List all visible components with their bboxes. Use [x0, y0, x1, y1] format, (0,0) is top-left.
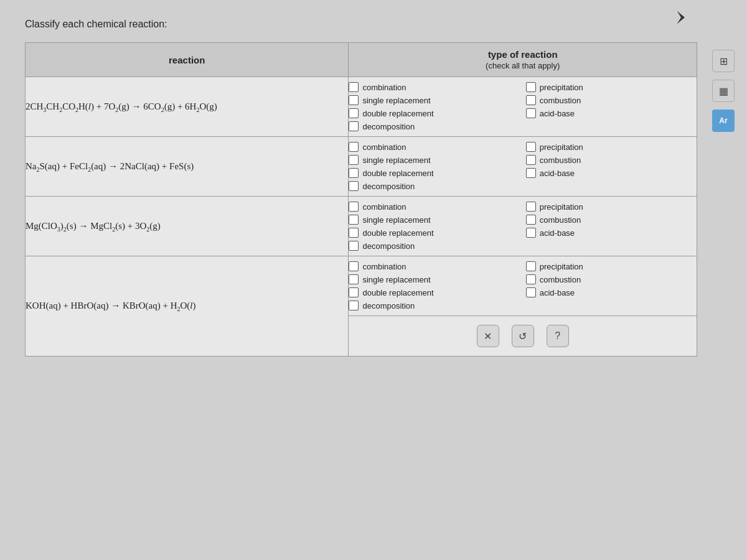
checkbox-combination-3[interactable]: combination: [349, 202, 519, 212]
reaction-formula-4: KOH(aq) + HBrO(aq) → KBrO(aq) + H2O(l): [26, 301, 196, 310]
label-double-replacement-2: double replacement: [362, 169, 433, 178]
check-combination-3[interactable]: [349, 202, 359, 212]
check-decomposition-4[interactable]: [349, 301, 359, 310]
table-row: Na2S(aq) + FeCl2(aq) → 2NaCl(aq) + FeS(s…: [26, 137, 697, 197]
page-content: Classify each chemical reaction: reactio…: [0, 0, 747, 375]
check-decomposition-3[interactable]: [349, 241, 359, 251]
check-single-replacement-4[interactable]: [349, 274, 359, 284]
checkbox-precipitation-3[interactable]: precipitation: [526, 202, 697, 212]
reaction-formula-3: Mg(ClO3)2(s) → MgCl2(s) + 3O2(g): [26, 221, 161, 231]
check-single-replacement-3[interactable]: [349, 215, 359, 225]
label-precipitation-1: precipitation: [540, 83, 583, 92]
checkbox-single-replacement-4[interactable]: single replacement: [349, 274, 519, 284]
checkbox-combination-4[interactable]: combination: [349, 261, 519, 271]
reaction-formula-2: Na2S(aq) + FeCl2(aq) → 2NaCl(aq) + FeS(s…: [26, 161, 194, 171]
checkbox-single-replacement-3[interactable]: single replacement: [349, 215, 519, 225]
checkbox-combustion-3[interactable]: combustion: [526, 215, 697, 225]
label-acid-base-2: acid-base: [540, 169, 575, 178]
right-icon-panel: ⊞ ▦ Ar: [712, 50, 735, 132]
grid-icon: ⊞: [720, 55, 728, 67]
table-row: Mg(ClO3)2(s) → MgCl2(s) + 3O2(g) combina…: [26, 197, 697, 256]
label-precipitation-4: precipitation: [540, 262, 583, 271]
checkbox-combination-2[interactable]: combination: [349, 142, 519, 152]
check-acid-base-4[interactable]: [526, 287, 536, 297]
checkbox-precipitation-2[interactable]: precipitation: [526, 142, 697, 152]
options-cell-3: combination precipitation single replace…: [349, 197, 697, 256]
label-precipitation-3: precipitation: [540, 202, 583, 212]
check-double-replacement-1[interactable]: [349, 108, 359, 118]
label-precipitation-2: precipitation: [540, 142, 583, 152]
options-grid-4: combination precipitation single replace…: [349, 256, 697, 315]
check-combustion-4[interactable]: [526, 274, 536, 284]
reaction-cell-2: Na2S(aq) + FeCl2(aq) → 2NaCl(aq) + FeS(s…: [26, 137, 349, 197]
check-single-replacement-2[interactable]: [349, 155, 359, 165]
bar-chart-icon-button[interactable]: ▦: [712, 80, 735, 102]
check-combination-2[interactable]: [349, 142, 359, 152]
check-double-replacement-4[interactable]: [349, 287, 359, 297]
checkbox-combination-1[interactable]: combination: [349, 82, 519, 92]
checkbox-combustion-2[interactable]: combustion: [526, 155, 697, 165]
checkbox-double-replacement-1[interactable]: double replacement: [349, 108, 519, 118]
check-double-replacement-2[interactable]: [349, 168, 359, 178]
checkbox-combustion-4[interactable]: combustion: [526, 274, 697, 284]
checkbox-acid-base-1[interactable]: acid-base: [526, 108, 697, 118]
checkbox-acid-base-4[interactable]: acid-base: [526, 287, 697, 297]
label-single-replacement-2: single replacement: [362, 156, 430, 165]
checkbox-decomposition-3[interactable]: decomposition: [349, 241, 519, 251]
check-acid-base-1[interactable]: [526, 108, 536, 118]
check-precipitation-3[interactable]: [526, 202, 536, 212]
table-row: 2CH3CH2CO2H(l) + 7O2(g) → 6CO2(g) + 6H2O…: [26, 77, 697, 137]
column-header-reaction: reaction: [26, 43, 349, 77]
check-acid-base-2[interactable]: [526, 168, 536, 178]
type-header-subtitle: (check all that apply): [486, 61, 560, 70]
label-combination-4: combination: [362, 262, 406, 271]
check-combustion-3[interactable]: [526, 215, 536, 225]
checkbox-combustion-1[interactable]: combustion: [526, 95, 697, 105]
checkbox-decomposition-4[interactable]: decomposition: [349, 301, 519, 310]
ar-button[interactable]: Ar: [712, 110, 735, 132]
options-cell-1: combination precipitation single replace…: [349, 77, 697, 137]
checkbox-acid-base-2[interactable]: acid-base: [526, 168, 697, 178]
label-acid-base-3: acid-base: [540, 228, 575, 238]
reaction-cell-3: Mg(ClO3)2(s) → MgCl2(s) + 3O2(g): [26, 197, 349, 256]
label-single-replacement-4: single replacement: [362, 275, 430, 284]
check-combustion-2[interactable]: [526, 155, 536, 165]
grid-icon-button[interactable]: ⊞: [712, 50, 735, 72]
checkbox-acid-base-3[interactable]: acid-base: [526, 228, 697, 238]
reset-icon: ↺: [519, 330, 527, 342]
check-precipitation-2[interactable]: [526, 142, 536, 152]
checkbox-decomposition-2[interactable]: decomposition: [349, 181, 519, 191]
check-combination-4[interactable]: [349, 261, 359, 271]
help-button[interactable]: ?: [547, 325, 569, 347]
check-acid-base-3[interactable]: [526, 228, 536, 238]
check-combustion-1[interactable]: [526, 95, 536, 105]
label-combination-1: combination: [362, 83, 406, 92]
options-grid-1: combination precipitation single replace…: [349, 77, 697, 136]
reaction-cell-1: 2CH3CH2CO2H(l) + 7O2(g) → 6CO2(g) + 6H2O…: [26, 77, 349, 137]
label-double-replacement-4: double replacement: [362, 288, 433, 297]
close-button[interactable]: ✕: [477, 325, 499, 347]
check-precipitation-4[interactable]: [526, 261, 536, 271]
reaction-formula-1: 2CH3CH2CO2H(l) + 7O2(g) → 6CO2(g) + 6H2O…: [26, 101, 217, 111]
label-single-replacement-1: single replacement: [362, 96, 430, 105]
label-decomposition-2: decomposition: [362, 182, 415, 191]
label-double-replacement-3: double replacement: [362, 228, 433, 238]
options-grid-3: combination precipitation single replace…: [349, 197, 697, 256]
check-precipitation-1[interactable]: [526, 82, 536, 92]
check-single-replacement-1[interactable]: [349, 95, 359, 105]
checkbox-single-replacement-2[interactable]: single replacement: [349, 155, 519, 165]
check-double-replacement-3[interactable]: [349, 228, 359, 238]
reset-button[interactable]: ↺: [512, 325, 534, 347]
checkbox-double-replacement-3[interactable]: double replacement: [349, 228, 519, 238]
checkbox-precipitation-1[interactable]: precipitation: [526, 82, 697, 92]
checkbox-double-replacement-2[interactable]: double replacement: [349, 168, 519, 178]
bar-chart-icon: ▦: [719, 85, 728, 97]
check-decomposition-2[interactable]: [349, 181, 359, 191]
check-decomposition-1[interactable]: [349, 121, 359, 131]
checkbox-precipitation-4[interactable]: precipitation: [526, 261, 697, 271]
checkbox-decomposition-1[interactable]: decomposition: [349, 121, 519, 131]
label-combustion-4: combustion: [540, 275, 581, 284]
check-combination-1[interactable]: [349, 82, 359, 92]
checkbox-single-replacement-1[interactable]: single replacement: [349, 95, 519, 105]
checkbox-double-replacement-4[interactable]: double replacement: [349, 287, 519, 297]
